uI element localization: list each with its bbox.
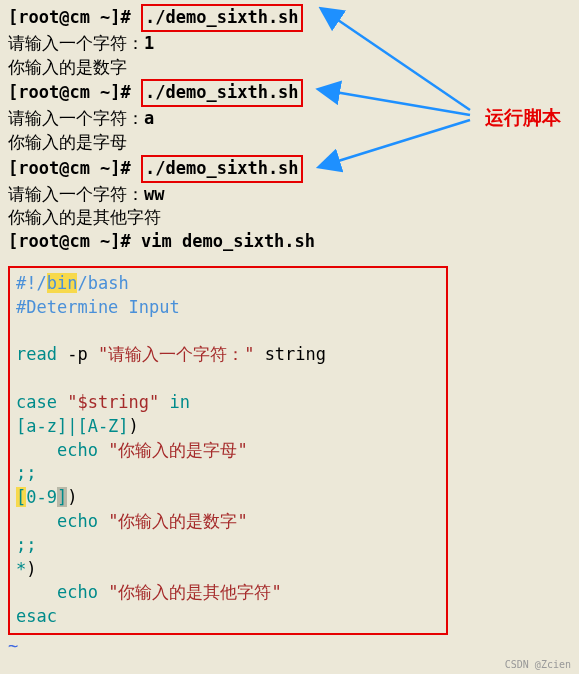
echo-1: echo "你输入的是字母" xyxy=(16,439,440,463)
cmd-line-2: [root@cm ~]# ./demo_sixth.sh xyxy=(8,79,571,107)
input-line-1: 请输入一个字符：1 xyxy=(8,32,571,56)
input-line-3: 请输入一个字符：ww xyxy=(8,183,571,207)
echo-2: echo "你输入的是数字" xyxy=(16,510,440,534)
esac-line: esac xyxy=(16,605,440,629)
vim-cmd-line: [root@cm ~]# vim demo_sixth.sh xyxy=(8,230,571,254)
case-line: case "$string" in xyxy=(16,391,440,415)
annotation-label: 运行脚本 xyxy=(485,105,561,131)
pattern-1: [a-z]|[A-Z]) xyxy=(16,415,440,439)
sep-1: ;; xyxy=(16,462,440,486)
boxed-command-3: ./demo_sixth.sh xyxy=(141,155,303,183)
boxed-command-2: ./demo_sixth.sh xyxy=(141,79,303,107)
read-line: read -p "请输入一个字符：" string xyxy=(16,343,440,367)
pattern-3: *) xyxy=(16,558,440,582)
vim-tilde: ~ xyxy=(8,635,571,659)
watermark: CSDN @Zcien xyxy=(505,659,571,670)
output-line-1: 你输入的是数字 xyxy=(8,56,571,80)
prompt: [root@cm ~]# xyxy=(8,231,141,251)
comment-line: #Determine Input xyxy=(16,296,440,320)
script-source-box: #!/bin/bash #Determine Input read -p "请输… xyxy=(8,266,448,635)
cmd-line-3: [root@cm ~]# ./demo_sixth.sh xyxy=(8,155,571,183)
echo-3: echo "你输入的是其他字符" xyxy=(16,581,440,605)
cmd-line-1: [root@cm ~]# ./demo_sixth.sh xyxy=(8,4,571,32)
sep-2: ;; xyxy=(16,534,440,558)
boxed-command-1: ./demo_sixth.sh xyxy=(141,4,303,32)
pattern-2: [0-9]) xyxy=(16,486,440,510)
prompt: [root@cm ~]# xyxy=(8,82,141,102)
shebang-line: #!/bin/bash xyxy=(16,272,440,296)
output-line-2: 你输入的是字母 xyxy=(8,131,571,155)
output-line-3: 你输入的是其他字符 xyxy=(8,206,571,230)
prompt: [root@cm ~]# xyxy=(8,7,141,27)
prompt: [root@cm ~]# xyxy=(8,158,141,178)
